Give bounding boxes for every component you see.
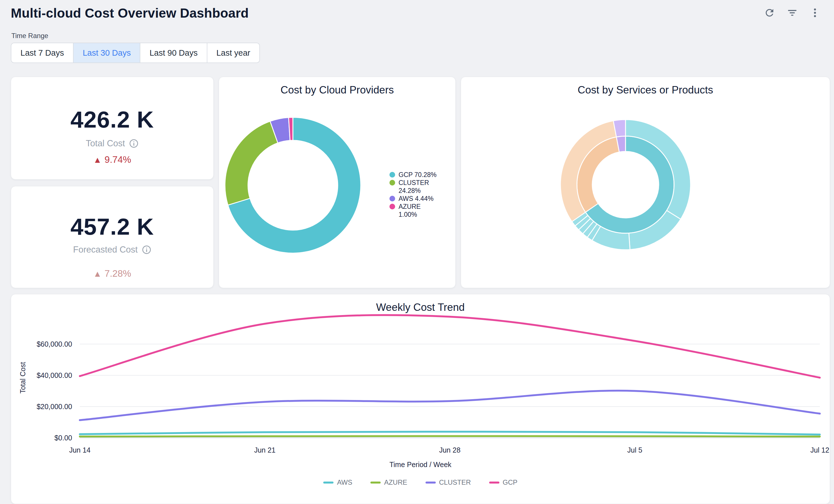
legend-label: GCP 70.28% <box>398 171 437 179</box>
legend-label: AZURE <box>384 478 407 486</box>
forecasted-cost-card: 457.2 K Forecasted Cost ▲7.28% <box>11 186 214 288</box>
trend-legend-item-azure[interactable]: AZURE <box>370 478 407 486</box>
legend-label: AWS <box>337 478 352 486</box>
filter-button[interactable] <box>786 6 799 19</box>
forecasted-cost-label: Forecasted Cost <box>73 245 137 255</box>
dashboard-page: Multi-cloud Cost Overview Dashboard Time… <box>0 0 834 504</box>
legend-swatch <box>489 482 499 484</box>
trend-chart-title: Weekly Cost Trend <box>11 301 830 314</box>
svg-text:$40,000.00: $40,000.00 <box>37 371 72 379</box>
legend-dot <box>390 196 395 201</box>
info-icon[interactable] <box>129 139 139 148</box>
cost-by-services-card: Cost by Services or Products <box>461 77 830 288</box>
legend-swatch <box>425 482 436 484</box>
refresh-icon <box>764 7 775 19</box>
delta-up-icon: ▲ <box>93 155 102 165</box>
legend-item-gcp[interactable]: GCP 70.28% <box>390 171 450 179</box>
time-range-label: Time Range <box>12 32 48 40</box>
svg-text:Jun 21: Jun 21 <box>254 446 276 454</box>
svg-text:Jun 14: Jun 14 <box>69 446 90 454</box>
kebab-menu-icon <box>809 7 821 19</box>
legend-label: AZURE 1.00% <box>398 202 440 218</box>
legend-item-azure[interactable]: AZURE 1.00% <box>390 202 450 218</box>
forecasted-cost-value: 457.2 K <box>11 213 213 241</box>
y-axis-title: Total Cost <box>19 335 27 420</box>
legend-label: CLUSTER 24.28% <box>398 179 440 195</box>
time-range-last-30-days[interactable]: Last 30 Days <box>73 43 140 63</box>
svg-text:$0.00: $0.00 <box>54 434 72 442</box>
time-range-last-year[interactable]: Last year <box>207 43 259 63</box>
legend-label: CLUSTER <box>439 478 471 486</box>
legend-item-aws[interactable]: AWS 4.44% <box>390 195 450 202</box>
time-range-button-group: Last 7 Days Last 30 Days Last 90 Days La… <box>11 43 260 63</box>
legend-dot <box>390 180 395 185</box>
x-axis-title: Time Period / Week <box>11 461 830 469</box>
trend-legend: AWS AZURE CLUSTER GCP <box>11 478 830 486</box>
trend-legend-item-aws[interactable]: AWS <box>323 478 352 486</box>
svg-text:Jul 5: Jul 5 <box>627 446 642 454</box>
svg-text:$60,000.00: $60,000.00 <box>37 340 72 348</box>
total-cost-label: Total Cost <box>86 138 125 149</box>
legend-dot <box>390 172 395 178</box>
svg-text:$20,000.00: $20,000.00 <box>37 402 72 411</box>
svg-text:Jul 12: Jul 12 <box>810 446 830 454</box>
filter-icon <box>787 7 798 19</box>
time-range-last-90-days[interactable]: Last 90 Days <box>140 43 206 63</box>
time-range-last-7-days[interactable]: Last 7 Days <box>12 43 73 63</box>
header-actions <box>763 6 821 19</box>
refresh-button[interactable] <box>763 6 776 19</box>
weekly-cost-trend-card: $0.00$20,000.00$40,000.00$60,000.00Jun 1… <box>11 294 830 504</box>
forecasted-cost-delta: 7.28% <box>105 268 131 279</box>
legend-item-cluster[interactable]: CLUSTER 24.28% <box>390 179 450 195</box>
total-cost-card: 426.2 K Total Cost ▲9.74% <box>11 77 214 179</box>
svg-text:Jun 28: Jun 28 <box>439 446 460 454</box>
weekly-trend-plot[interactable]: $0.00$20,000.00$40,000.00$60,000.00Jun 1… <box>11 294 830 504</box>
legend-swatch <box>323 482 333 484</box>
more-options-button[interactable] <box>808 6 821 19</box>
cost-by-cloud-providers-card: Cost by Cloud Providers GCP 70.28% CLUST… <box>219 77 456 288</box>
total-cost-value: 426.2 K <box>11 105 213 134</box>
legend-label: GCP <box>503 478 518 486</box>
cloud-providers-legend: GCP 70.28% CLUSTER 24.28% AWS 4.44% AZUR… <box>390 171 450 218</box>
total-cost-delta: 9.74% <box>105 154 131 165</box>
legend-label: AWS 4.44% <box>398 195 434 202</box>
legend-dot <box>390 204 395 210</box>
delta-up-icon: ▲ <box>93 269 102 279</box>
legend-swatch <box>370 482 381 484</box>
services-sunburst-chart[interactable] <box>461 77 830 288</box>
trend-legend-item-cluster[interactable]: CLUSTER <box>425 478 471 486</box>
info-icon[interactable] <box>142 245 151 255</box>
trend-legend-item-gcp[interactable]: GCP <box>489 478 518 486</box>
page-title: Multi-cloud Cost Overview Dashboard <box>11 5 249 21</box>
